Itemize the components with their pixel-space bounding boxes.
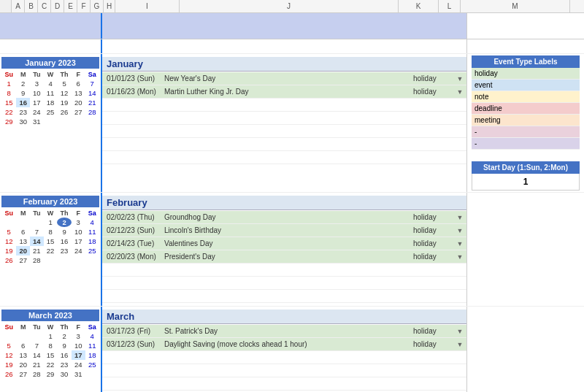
cal-day-1-15-2-3: 15 <box>44 237 58 246</box>
event-labels-title: Event Type Labels <box>472 55 580 68</box>
event-dropdown-1-3[interactable]: ▼ <box>453 253 466 261</box>
event-name-1-0: Groundhog Day <box>164 213 413 221</box>
cal-day-1-20-3-1: 20 <box>16 246 30 255</box>
cal-day-0-19-2-4: 19 <box>57 98 71 107</box>
cal-header-Su: Su <box>1 209 16 218</box>
event-row-1-5 <box>102 277 466 290</box>
cal-day-1-2-0-4: 2 <box>57 218 71 227</box>
month-header-2: March <box>102 310 466 324</box>
start-day-section: Start Day (1:Sun, 2:Mon)1 <box>472 161 580 191</box>
event-type-0-1: holiday <box>413 88 453 96</box>
cal-day-1-empty-0-1 <box>16 218 30 227</box>
cal-day-0-20-2-5: 20 <box>72 98 85 107</box>
event-name-1-3: President's Day <box>164 253 413 261</box>
right-panel-empty-2 <box>467 307 584 392</box>
cal-day-0-28-3-6: 28 <box>85 107 99 117</box>
cal-day-2-9-1-4: 9 <box>57 341 71 350</box>
cal-day-1-empty-0-0 <box>1 218 16 227</box>
cal-day-0-7-0-6: 7 <box>85 79 99 88</box>
cal-day-0-9-1-1: 9 <box>16 88 30 98</box>
cal-day-0-21-2-6: 21 <box>85 98 99 107</box>
event-row-1-0: 02/02/23 (Thu)Groundhog Dayholiday▼ <box>102 211 466 224</box>
cal-day-2-12-2-0: 12 <box>1 350 16 360</box>
event-dropdown-1-2[interactable]: ▼ <box>453 240 466 247</box>
cal-day-0-2-0-1: 2 <box>16 79 30 88</box>
cal-day-0-10-1-2: 10 <box>30 88 44 98</box>
cal-day-0-1-0-0: 1 <box>1 79 16 88</box>
cal-day-1-empty-0-2 <box>30 218 44 227</box>
cal-day-1-22-3-3: 22 <box>44 246 58 255</box>
cal-day-2-11-1-6: 11 <box>85 341 99 350</box>
event-row-2-0: 03/17/23 (Fri)St. Patrick's Dayholiday▼ <box>102 325 466 338</box>
blank-left <box>0 39 102 53</box>
cal-day-0-16-2-1: 16 <box>16 98 30 107</box>
spreadsheet: A B C D E F G H I J K L M January 2023Su… <box>0 0 584 392</box>
event-date-1-0: 02/02/23 (Thu) <box>102 213 164 221</box>
col-b: B <box>25 0 38 12</box>
label-row-event-1: event <box>472 80 580 91</box>
event-type-2-0: holiday <box>413 327 453 335</box>
event-dropdown-2-1[interactable]: ▼ <box>453 341 466 348</box>
col-i: I <box>115 0 180 12</box>
event-type-1-1: holiday <box>413 226 453 234</box>
event-dropdown-0-1[interactable]: ▼ <box>453 88 466 96</box>
event-dropdown-2-0[interactable]: ▼ <box>453 328 466 335</box>
cal-header-Su: Su <box>1 323 16 331</box>
event-dropdown-1-0[interactable]: ▼ <box>453 214 466 221</box>
cal-day-1-10-1-5: 10 <box>72 227 85 237</box>
cal-day-2-28-4-2: 28 <box>30 369 44 379</box>
cal-day-0-27-3-5: 27 <box>72 107 85 117</box>
col-m: M <box>461 0 570 12</box>
event-date-1-2: 02/14/23 (Tue) <box>102 239 164 247</box>
col-h: H <box>104 0 115 12</box>
cal-day-1-28-4-2: 28 <box>30 255 44 265</box>
cal-day-2-31-4-5: 31 <box>72 369 85 379</box>
cal-day-0-24-3-2: 24 <box>30 107 44 117</box>
cal-header-F: F <box>72 209 85 218</box>
col-g: G <box>91 0 104 12</box>
column-headers: A B C D E F G H I J K L M <box>0 0 584 13</box>
cal-day-2-22-3-3: 22 <box>44 360 58 369</box>
label-row-deadline-3: deadline <box>472 103 580 115</box>
cal-day-0-4-0-3: 4 <box>44 79 58 88</box>
event-dropdown-1-1[interactable]: ▼ <box>453 227 466 234</box>
calendar-0: January 2023SuMTuWThFSa12345678910111213… <box>0 54 102 192</box>
event-date-0-0: 01/01/23 (Sun) <box>102 74 164 82</box>
event-type-0-0: holiday <box>413 74 453 82</box>
event-row-2-1: 03/12/23 (Sun)Daylight Saving (move cloc… <box>102 338 466 351</box>
blank-note-text <box>102 39 467 53</box>
cal-day-1-13-2-1: 13 <box>16 237 30 246</box>
cal-day-0-13-1-5: 13 <box>72 88 85 98</box>
cal-day-0-empty-4-5 <box>72 117 85 126</box>
months-container: January 2023SuMTuWThFSa12345678910111213… <box>0 54 584 392</box>
col-l: L <box>439 0 461 12</box>
cal-header-W: W <box>44 323 58 331</box>
col-k: K <box>399 0 439 12</box>
cal-header-Th: Th <box>57 70 71 79</box>
cal-day-0-31-4-2: 31 <box>30 117 44 126</box>
cal-day-0-11-1-3: 11 <box>44 88 58 98</box>
cal-day-0-5-0-4: 5 <box>57 79 71 88</box>
cal-day-2-10-1-5: 10 <box>72 341 85 350</box>
cal-day-2-empty-0-0 <box>1 331 16 341</box>
label-row-dash-5: - <box>472 126 580 138</box>
event-row-1-1: 02/12/23 (Sun)Lincoln's Birthdayholiday▼ <box>102 224 466 237</box>
cal-day-1-23-3-4: 23 <box>57 246 71 255</box>
cal-day-0-empty-4-6 <box>85 117 99 126</box>
event-date-2-0: 03/17/23 (Fri) <box>102 327 164 335</box>
cal-header-W: W <box>44 209 58 218</box>
col-rownum <box>0 0 12 12</box>
right-panel-wrapper: Event Type Labelsholidayeventnotedeadlin… <box>467 54 584 192</box>
cal-day-0-22-3-0: 22 <box>1 107 16 117</box>
event-dropdown-0-0[interactable]: ▼ <box>453 75 466 82</box>
cal-day-0-empty-4-3 <box>44 117 58 126</box>
event-row-0-3 <box>102 112 466 125</box>
start-day-value: 1 <box>472 174 580 191</box>
cal-header-F: F <box>72 323 85 331</box>
cal-header-M: M <box>16 323 30 331</box>
calendar-1: February 2023SuMTuWThFSa1234567891011121… <box>0 193 102 306</box>
cal-day-0-18-2-3: 18 <box>44 98 58 107</box>
event-row-1-3: 02/20/23 (Mon)President's Dayholiday▼ <box>102 250 466 264</box>
label-row-holiday-0: holiday <box>472 68 580 80</box>
copyright-text <box>467 39 584 53</box>
